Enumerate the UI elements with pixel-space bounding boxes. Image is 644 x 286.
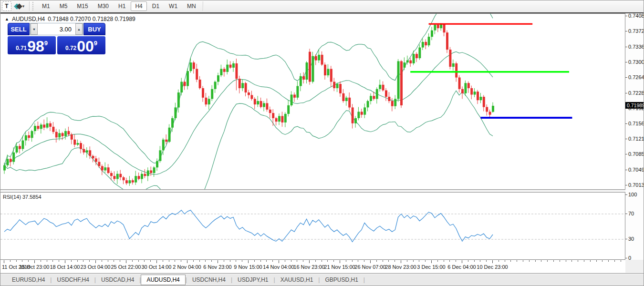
timeframe-button-d1[interactable]: D1 (148, 1, 164, 11)
time-axis-minor-tick (358, 260, 358, 262)
crosshair-mode-icon[interactable]: ▾ (12, 1, 27, 11)
rsi-axis-label: 30 (628, 236, 634, 242)
time-axis-minor-tick (224, 260, 224, 262)
time-axis-minor-tick (517, 260, 517, 262)
time-axis-minor-tick (407, 260, 407, 262)
buy-price-display[interactable]: 0.72 00 9 (57, 36, 105, 54)
time-axis-minor-tick (352, 260, 353, 262)
tab-usdjpy-h1[interactable]: USDJPY,H1 (232, 275, 273, 285)
toolbar-grip[interactable] (32, 2, 35, 10)
timeframe-button-mn[interactable]: MN (183, 1, 200, 11)
timeframe-button-h4[interactable]: H4 (131, 1, 146, 11)
tab-xauusd-h1[interactable]: XAUUSD,H1 (275, 275, 319, 285)
timeframe-button-w1[interactable]: W1 (165, 1, 182, 11)
time-axis-minor-tick (59, 260, 59, 262)
dropdown-caret-icon: ▾ (22, 4, 25, 9)
time-axis-label: 15 Oct 23:00 (20, 264, 50, 270)
time-axis-minor-tick (541, 260, 541, 262)
time-axis-minor-tick (138, 260, 139, 262)
time-axis-minor-tick (22, 260, 22, 262)
time-axis-minor-tick (10, 260, 10, 262)
text-tool-icon[interactable]: T (2, 1, 11, 11)
time-axis-minor-tick (578, 260, 578, 262)
time-axis-minor-tick (242, 260, 242, 262)
rsi-indicator-pane[interactable]: RSI(14) 37.5854 (0, 192, 625, 260)
timeframe-button-m15[interactable]: M15 (73, 1, 92, 11)
tab-eurusd-h4[interactable]: EURUSD,H4 (7, 275, 50, 285)
time-axis-major-tick (462, 260, 462, 263)
time-axis-label: 18 Oct 14:00 (50, 264, 80, 270)
time-axis-minor-tick (333, 260, 334, 262)
price-axis: 0.740800.737200.733600.730000.726400.722… (625, 13, 644, 190)
time-axis-label: 25 Oct 22:00 (111, 264, 141, 270)
price-axis-tick (625, 123, 627, 124)
time-axis-minor-tick (16, 260, 17, 262)
sell-price-display[interactable]: 0.71 98 9 (8, 36, 56, 54)
volume-increase-button[interactable]: ▲ (75, 23, 83, 35)
price-axis-tick (625, 170, 627, 170)
time-axis-minor-tick (425, 260, 426, 262)
tab-usdcad-h4[interactable]: USDCAD,H4 (96, 275, 139, 285)
time-axis-minor-tick (480, 260, 480, 262)
volume-input[interactable]: 3.00 (38, 23, 75, 35)
time-axis-minor-tick (468, 260, 468, 262)
tab-usdchf-h4[interactable]: USDCHF,H4 (52, 275, 94, 285)
rsi-axis-tick (625, 194, 627, 195)
price-axis-label: 0.70850 (628, 151, 644, 157)
tab-audusd-h4[interactable]: AUDUSD,H4 (141, 275, 185, 285)
sell-button[interactable]: SELL (8, 23, 30, 35)
price-axis-tick (625, 77, 627, 78)
price-axis-tick (625, 31, 627, 31)
rsi-axis: 10070300 (625, 192, 644, 260)
buy-price-big: 00 (77, 39, 94, 53)
timeframe-button-m1[interactable]: M1 (38, 1, 54, 11)
time-axis-major-tick (248, 260, 249, 263)
time-axis-minor-tick (169, 260, 169, 262)
price-axis-label: 0.73000 (628, 59, 644, 65)
tab-gbpusd-h1[interactable]: GBPUSD,H1 (320, 275, 363, 285)
time-axis-minor-tick (89, 260, 90, 262)
time-axis-minor-tick (621, 260, 621, 262)
timeframe-button-m5[interactable]: M5 (55, 1, 72, 11)
time-axis-minor-tick (535, 260, 536, 262)
price-axis-label: 0.71560 (628, 121, 644, 126)
price-axis-label: 0.70130 (628, 182, 644, 188)
time-axis-minor-tick (486, 260, 487, 262)
timeframe-button-h1[interactable]: H1 (114, 1, 130, 11)
sell-price-big: 98 (27, 39, 44, 53)
time-axis-minor-tick (590, 260, 591, 262)
time-axis-minor-tick (364, 260, 364, 262)
time-axis-minor-tick (114, 260, 114, 262)
time-axis-minor-tick (456, 260, 456, 262)
price-axis-label: 0.74080 (628, 13, 644, 19)
tab-usdcnh-h4[interactable]: USDCNH,H4 (187, 275, 231, 285)
price-axis-tick (625, 47, 627, 47)
toolbar-separator (29, 1, 30, 11)
time-axis-minor-tick (602, 260, 602, 262)
volume-stepper: ▼ 3.00 ▲ (30, 23, 83, 35)
buy-button[interactable]: BUY (83, 23, 105, 35)
time-axis-minor-tick (211, 260, 212, 262)
time-axis-minor-tick (266, 260, 267, 262)
time-axis-label: 2 Nov 04:00 (173, 264, 201, 270)
time-axis-label: 3 Dec 15:00 (417, 264, 445, 270)
time-axis-label: 16 Nov 23:00 (293, 264, 324, 270)
time-axis-minor-tick (571, 260, 572, 262)
time-axis-minor-tick (236, 260, 236, 262)
time-axis-minor-tick (150, 260, 151, 262)
time-axis-minor-tick (523, 260, 523, 262)
rsi-axis-tick (625, 239, 627, 239)
time-axis-minor-tick (102, 260, 102, 262)
rsi-axis-tick (625, 258, 627, 258)
time-axis-minor-tick (285, 260, 285, 262)
volume-decrease-button[interactable]: ▼ (31, 23, 38, 35)
timeframe-button-m30[interactable]: M30 (93, 1, 113, 11)
rsi-line (4, 210, 493, 242)
time-axis-minor-tick (230, 260, 230, 262)
price-axis-label: 0.73360 (628, 44, 644, 50)
tab-separator: | (364, 276, 365, 283)
time-axis-label: 21 Nov 15:00 (324, 264, 355, 270)
time-axis-minor-tick (596, 260, 597, 262)
rsi-axis-tick (625, 214, 627, 214)
time-axis-label: 26 Nov 07:00 (354, 264, 385, 270)
